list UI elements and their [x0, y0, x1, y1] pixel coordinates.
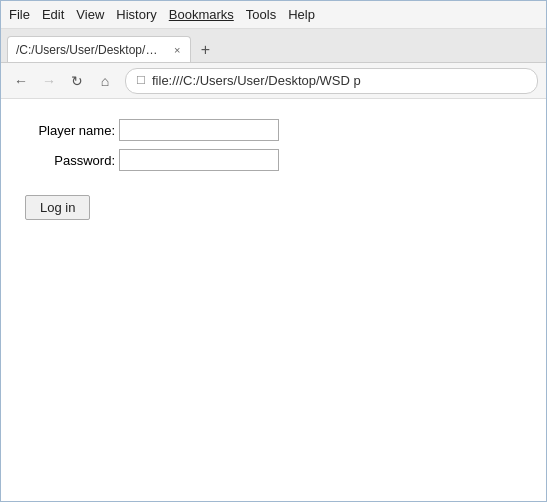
- back-button[interactable]: ←: [9, 69, 33, 93]
- menu-tools[interactable]: Tools: [246, 7, 276, 22]
- address-bar[interactable]: ☐ file:///C:/Users/User/Desktop/WSD p: [125, 68, 538, 94]
- active-tab[interactable]: /C:/Users/User/Desktop/WSD%20p ×: [7, 36, 191, 62]
- nav-bar: ← → ↻ ⌂ ☐ file:///C:/Users/User/Desktop/…: [1, 63, 546, 99]
- reload-button[interactable]: ↻: [65, 69, 89, 93]
- content-area: Player name: Password: Log in: [1, 99, 546, 501]
- new-tab-button[interactable]: +: [193, 38, 217, 62]
- password-group: Password:: [25, 149, 522, 171]
- menu-bookmarks[interactable]: Bookmarks: [169, 7, 234, 22]
- password-input[interactable]: [119, 149, 279, 171]
- menu-help[interactable]: Help: [288, 7, 315, 22]
- menu-history[interactable]: History: [116, 7, 156, 22]
- tab-label: /C:/Users/User/Desktop/WSD%20p: [16, 43, 166, 57]
- forward-button[interactable]: →: [37, 69, 61, 93]
- home-button[interactable]: ⌂: [93, 69, 117, 93]
- login-button[interactable]: Log in: [25, 195, 90, 220]
- address-text: file:///C:/Users/User/Desktop/WSD p: [152, 73, 527, 88]
- menu-file[interactable]: File: [9, 7, 30, 22]
- tab-close-button[interactable]: ×: [172, 44, 182, 56]
- tab-bar: /C:/Users/User/Desktop/WSD%20p × +: [1, 29, 546, 63]
- password-label: Password:: [25, 153, 115, 168]
- player-name-label: Player name:: [25, 123, 115, 138]
- page-security-icon: ☐: [136, 74, 146, 87]
- browser-window: File Edit View History Bookmarks Tools H…: [0, 0, 547, 502]
- player-name-input[interactable]: [119, 119, 279, 141]
- player-name-group: Player name:: [25, 119, 522, 141]
- menu-view[interactable]: View: [76, 7, 104, 22]
- menu-bar: File Edit View History Bookmarks Tools H…: [1, 1, 546, 29]
- menu-edit[interactable]: Edit: [42, 7, 64, 22]
